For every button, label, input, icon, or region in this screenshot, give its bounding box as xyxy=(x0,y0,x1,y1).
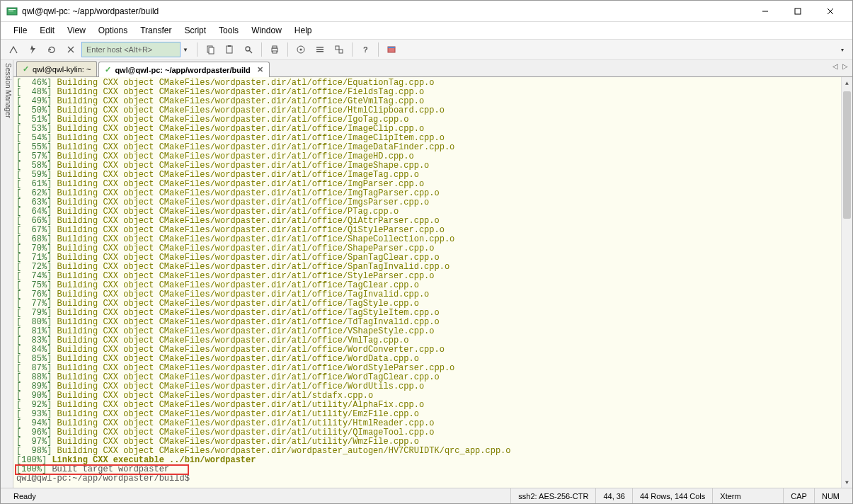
host-input[interactable]: Enter host <Alt+R> xyxy=(81,42,181,57)
scroll-down-icon[interactable]: ▼ xyxy=(842,476,852,488)
window-title: qwl@qwl-pc: ~/app/wordpaster/build xyxy=(22,6,749,16)
svg-rect-4 xyxy=(795,8,801,14)
svg-rect-21 xyxy=(316,49,324,50)
menubar: File Edit View Options Transfer Script T… xyxy=(1,22,852,39)
svg-rect-12 xyxy=(228,45,231,47)
host-placeholder: Enter host <Alt+R> xyxy=(86,45,152,54)
status-connection: ssh2: AES-256-CTR xyxy=(510,488,595,503)
status-num: NUM xyxy=(814,488,847,503)
session-manager-sidebar[interactable]: Session Manager xyxy=(1,60,13,488)
menu-edit[interactable]: Edit xyxy=(34,23,60,38)
tab-label: qwl@qwl-kylin: ~ xyxy=(33,65,91,74)
menu-file[interactable]: File xyxy=(8,23,33,38)
toolbar-separator xyxy=(261,42,262,57)
menu-transfer[interactable]: Transfer xyxy=(134,23,177,38)
svg-rect-17 xyxy=(273,51,277,53)
connected-icon: ✓ xyxy=(105,65,111,74)
copy-icon[interactable] xyxy=(202,41,219,58)
status-ready: Ready xyxy=(6,488,510,503)
svg-rect-23 xyxy=(336,46,339,50)
close-button[interactable] xyxy=(814,1,847,22)
tab-nav: ◁ ▷ xyxy=(832,62,848,70)
svg-rect-27 xyxy=(388,47,395,48)
menu-tools[interactable]: Tools xyxy=(213,23,244,38)
body: Session Manager ✓ qwl@qwl-kylin: ~ ✓ qwl… xyxy=(1,60,852,488)
tab-label: qwl@qwl-pc: ~/app/wordpaster/build xyxy=(115,66,250,74)
menu-options[interactable]: Options xyxy=(93,23,133,38)
svg-rect-20 xyxy=(316,47,324,48)
svg-line-14 xyxy=(249,50,252,53)
app-window: qwl@qwl-pc: ~/app/wordpaster/build File … xyxy=(0,0,853,504)
connected-icon: ✓ xyxy=(23,64,29,74)
tab-next-icon[interactable]: ▷ xyxy=(842,62,848,70)
settings-icon[interactable] xyxy=(311,41,328,58)
scrollbar[interactable]: ▲ ▼ xyxy=(841,77,852,488)
terminal-output[interactable]: [ 46%] Building CXX object CMakeFiles/wo… xyxy=(13,77,852,488)
svg-rect-1 xyxy=(8,9,16,10)
window-controls xyxy=(749,1,847,22)
host-dropdown-icon[interactable]: ▼ xyxy=(183,47,188,53)
titlebar: qwl@qwl-pc: ~/app/wordpaster/build xyxy=(1,1,852,22)
svg-point-19 xyxy=(299,49,302,51)
tab-close-icon[interactable]: ✕ xyxy=(257,65,263,74)
print-icon[interactable] xyxy=(266,41,283,58)
tab-prev-icon[interactable]: ◁ xyxy=(832,62,838,70)
sidebar-label: Session Manager xyxy=(4,63,12,118)
main: ✓ qwl@qwl-kylin: ~ ✓ qwl@qwl-pc: ~/app/w… xyxy=(13,60,852,488)
command-window-icon[interactable] xyxy=(383,41,400,58)
connect-icon[interactable] xyxy=(5,41,22,58)
minimize-button[interactable] xyxy=(749,1,782,22)
menu-view[interactable]: View xyxy=(62,23,91,38)
toolbar: Enter host <Alt+R> ▼ ? ▾ xyxy=(1,39,852,60)
properties-icon[interactable] xyxy=(292,41,309,58)
toolbar-separator xyxy=(197,42,197,57)
reconnect-icon[interactable] xyxy=(43,41,60,58)
sessions-icon[interactable] xyxy=(331,41,348,58)
menu-help[interactable]: Help xyxy=(289,23,318,38)
status-term-type: Xterm xyxy=(712,488,783,503)
status-cursor-pos: 44, 36 xyxy=(595,488,632,503)
toolbar-separator xyxy=(378,42,379,57)
statusbar: Ready ssh2: AES-256-CTR 44, 36 44 Rows, … xyxy=(1,488,852,503)
quick-connect-icon[interactable] xyxy=(24,41,41,58)
svg-rect-11 xyxy=(227,46,232,53)
toolbar-separator xyxy=(287,42,288,57)
svg-rect-2 xyxy=(8,11,13,11)
tab-session-1[interactable]: ✓ qwl@qwl-kylin: ~ xyxy=(16,61,97,76)
svg-rect-22 xyxy=(316,51,324,52)
svg-rect-16 xyxy=(273,46,277,48)
scroll-thumb[interactable] xyxy=(843,91,851,219)
toolbar-overflow-icon[interactable]: ▾ xyxy=(841,47,844,53)
status-caps: CAP xyxy=(783,488,814,503)
svg-rect-10 xyxy=(209,47,214,54)
svg-rect-24 xyxy=(339,50,343,53)
app-icon xyxy=(6,6,18,17)
session-tabs: ✓ qwl@qwl-kylin: ~ ✓ qwl@qwl-pc: ~/app/w… xyxy=(13,60,852,77)
menu-script[interactable]: Script xyxy=(178,23,212,38)
toolbar-separator xyxy=(352,42,353,57)
paste-icon[interactable] xyxy=(221,41,238,58)
prompt-line: qwl@qwl-pc:~/app/wordpaster/build$ xyxy=(16,474,849,483)
menu-window[interactable]: Window xyxy=(246,23,287,38)
scroll-up-icon[interactable]: ▲ xyxy=(842,77,852,88)
help-icon[interactable]: ? xyxy=(357,41,374,58)
tab-session-2[interactable]: ✓ qwl@qwl-pc: ~/app/wordpaster/build ✕ xyxy=(98,62,269,77)
disconnect-icon[interactable] xyxy=(62,41,79,58)
find-icon[interactable] xyxy=(240,41,257,58)
maximize-button[interactable] xyxy=(782,1,814,22)
svg-text:?: ? xyxy=(363,45,368,54)
status-size: 44 Rows, 144 Cols xyxy=(632,488,712,503)
